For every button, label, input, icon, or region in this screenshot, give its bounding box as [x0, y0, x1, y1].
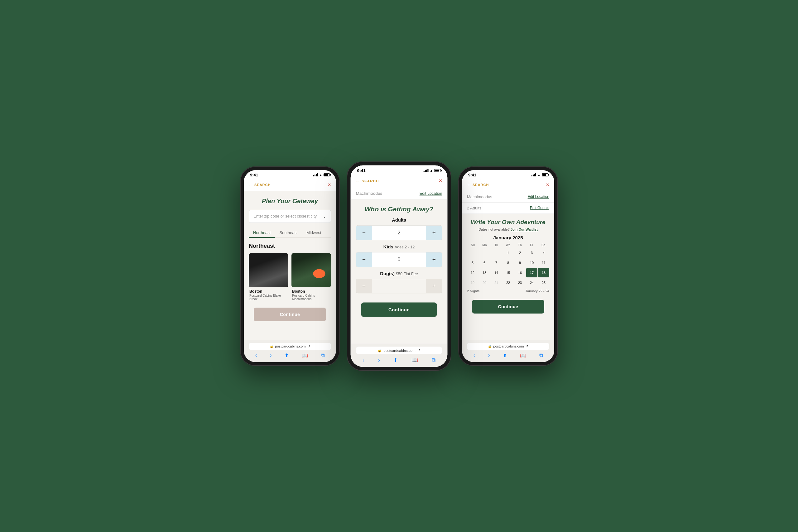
cal-day-4[interactable]: 4	[538, 248, 549, 258]
location-name-3: Machimoodus	[467, 194, 492, 199]
time-1: 9:41	[250, 173, 258, 177]
nav-bookmarks-1[interactable]: 📖	[302, 353, 308, 358]
kids-decrement[interactable]: −	[356, 252, 372, 266]
cal-day-3[interactable]: 3	[526, 248, 537, 258]
cal-day-empty	[479, 248, 490, 258]
nav-tabs-3[interactable]: ⧉	[539, 353, 543, 358]
continue-button-3[interactable]: Continue	[472, 300, 544, 314]
cabin-card-2[interactable]: Boston Postcard Cabins Machimoodus	[291, 253, 331, 303]
nav-bookmarks-2[interactable]: 📖	[412, 357, 418, 363]
browser-nav-3: ‹ › ⬆ 📖 ⧉	[467, 350, 549, 360]
dogs-decrement[interactable]: −	[356, 279, 372, 293]
nav-back-1[interactable]: ‹	[255, 353, 257, 358]
continue-button-2[interactable]: Continue	[361, 302, 437, 317]
cal-day-12[interactable]: 12	[467, 268, 478, 278]
cabin-location-1: Boston	[249, 289, 288, 293]
cal-day-10[interactable]: 10	[526, 258, 537, 267]
nav-tabs-1[interactable]: ⧉	[321, 353, 324, 358]
nav-forward-3[interactable]: ›	[488, 353, 490, 358]
dogs-fee: $50 Flat Fee	[396, 271, 418, 276]
dogs-label: Dog(s) $50 Flat Fee	[356, 271, 442, 276]
cal-day-5[interactable]: 5	[467, 258, 478, 267]
guests-bar-3: 2 Adults Edit Guests	[462, 203, 554, 214]
location-bar-3: Machimoodus Edit Location	[462, 191, 554, 203]
cabin-location-2: Boston	[292, 289, 330, 293]
nav-share-2[interactable]: ⬆	[393, 357, 398, 363]
guests-text-3: 2 Adults	[467, 206, 481, 210]
cal-day-16[interactable]: 16	[514, 268, 526, 278]
cal-day-7[interactable]: 7	[491, 258, 502, 267]
back-arrow-1: ←	[249, 183, 252, 187]
tab-southeast[interactable]: Southeast	[275, 228, 302, 238]
cal-day-2[interactable]: 2	[514, 248, 526, 258]
close-button-1[interactable]: ×	[328, 182, 331, 188]
cal-day-9[interactable]: 9	[514, 258, 526, 267]
cal-day-22[interactable]: 22	[502, 278, 514, 287]
cal-day-13[interactable]: 13	[479, 268, 490, 278]
cal-day-20[interactable]: 20	[479, 278, 490, 287]
nav-forward-2[interactable]: ›	[378, 357, 380, 363]
browser-nav-2: ‹ › ⬆ 📖 ⧉	[356, 354, 442, 364]
cal-day-18[interactable]: 18	[538, 268, 549, 278]
url-bar-3[interactable]: 🔒 postcardcabins.com ↺	[467, 343, 549, 350]
cal-day-25[interactable]: 25	[538, 278, 549, 287]
cal-day-1[interactable]: 1	[502, 248, 514, 258]
cal-day-11[interactable]: 11	[538, 258, 549, 267]
url-text-3: postcardcabins.com	[493, 344, 524, 348]
cabin-card-1[interactable]: Boston Postcard Cabins Blake Brook	[249, 253, 288, 303]
calendar-month: January 2025	[462, 235, 554, 243]
url-bar-2[interactable]: 🔒 postcardcabins.com ↺	[356, 346, 442, 354]
kids-age: Ages 2 - 12	[395, 245, 415, 249]
kids-increment[interactable]: +	[426, 252, 442, 266]
kids-stepper: − 0 +	[356, 252, 442, 267]
app-header-1: ← SEARCH ×	[244, 178, 336, 191]
dogs-increment[interactable]: +	[426, 279, 442, 293]
close-button-2[interactable]: ×	[439, 177, 442, 184]
battery-icon-1	[324, 173, 330, 176]
tab-northeast[interactable]: Northeast	[249, 228, 275, 238]
cal-day-19[interactable]: 19	[467, 278, 478, 287]
cal-day-6[interactable]: 6	[479, 258, 490, 267]
kids-label: Kids Ages 2 - 12	[356, 244, 442, 249]
status-icons-1: ▲	[313, 173, 330, 177]
nav-bookmarks-3[interactable]: 📖	[520, 353, 526, 358]
edit-location-2[interactable]: Edit Location	[420, 191, 442, 196]
calendar-body[interactable]: 1 2 3 4 5 6 7 8 9 10 11 12 13	[467, 248, 549, 287]
waitlist-link[interactable]: Join Our Waitlist	[511, 228, 538, 231]
nav-forward-1[interactable]: ›	[270, 353, 271, 358]
edit-location-3[interactable]: Edit Location	[528, 194, 549, 199]
cabin-cards: Boston Postcard Cabins Blake Brook Bosto…	[244, 253, 336, 303]
edit-guests-3[interactable]: Edit Guests	[530, 206, 549, 210]
phone1-content: Plan Your Getaway Enter zip code or sele…	[244, 191, 336, 340]
cal-day-23[interactable]: 23	[514, 278, 526, 287]
calendar-footer: 2 Nights January 22 - 24	[462, 287, 554, 295]
location-input[interactable]: Enter zip code or select closest city ⌄	[249, 210, 331, 223]
close-button-3[interactable]: ×	[546, 182, 549, 188]
phone3-content: Write Your Own Adevnture Dates not avail…	[462, 214, 554, 340]
back-button-2[interactable]: ← SEARCH	[356, 179, 379, 183]
wifi-icon-3: ▲	[537, 173, 540, 177]
url-bar-1[interactable]: 🔒 postcardcabins.com ↺	[249, 343, 331, 350]
cal-day-14[interactable]: 14	[491, 268, 502, 278]
cal-day-24[interactable]: 24	[526, 278, 537, 287]
nav-share-1[interactable]: ⬆	[285, 353, 289, 358]
cal-day-17[interactable]: 17	[526, 268, 537, 278]
adults-decrement[interactable]: −	[356, 225, 372, 240]
nav-share-3[interactable]: ⬆	[503, 353, 507, 358]
dates-label: January 22 - 24	[526, 289, 549, 293]
signal-icon-2	[424, 169, 429, 172]
nav-back-2[interactable]: ‹	[363, 357, 364, 363]
cal-day-8[interactable]: 8	[502, 258, 514, 267]
continue-button-1[interactable]: Continue	[254, 308, 326, 321]
app-header-3: ← SEARCH ×	[462, 178, 554, 191]
cal-day-21[interactable]: 21	[491, 278, 502, 287]
nav-back-3[interactable]: ‹	[474, 353, 475, 358]
tab-midwest[interactable]: Midwest	[302, 228, 326, 238]
signal-icon-3	[531, 173, 536, 176]
back-button-1[interactable]: ← SEARCH	[249, 183, 270, 187]
cal-day-15[interactable]: 15	[502, 268, 514, 278]
back-button-3[interactable]: ← SEARCH	[467, 183, 489, 187]
cabin-image-2	[291, 253, 331, 287]
adults-increment[interactable]: +	[426, 225, 442, 240]
nav-tabs-2[interactable]: ⧉	[432, 357, 435, 363]
